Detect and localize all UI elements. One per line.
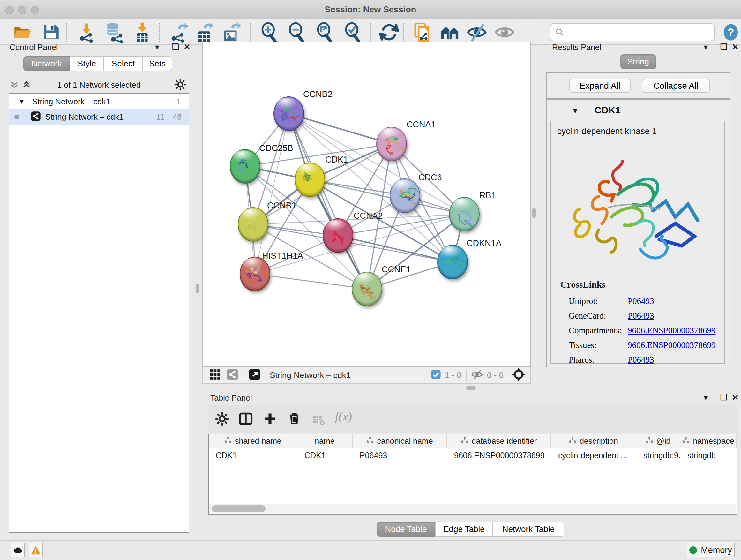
table-horizontal-scrollbar[interactable] (209, 504, 736, 513)
import-table-file-icon[interactable] (132, 22, 153, 43)
table-cell[interactable]: CDK1 (209, 448, 297, 462)
network-node[interactable] (352, 272, 382, 306)
column-header-databaseidentifier[interactable]: database identifier (447, 434, 551, 448)
open-in-window-icon[interactable] (248, 368, 261, 382)
network-edge[interactable] (289, 114, 392, 144)
network-edge[interactable] (289, 114, 367, 289)
network-options-gear-icon[interactable] (174, 78, 186, 92)
zoom-in-icon[interactable] (259, 22, 280, 43)
right-splitter-handle[interactable] (532, 208, 536, 218)
column-header-label: canonical name (377, 436, 433, 446)
network-node[interactable] (449, 197, 481, 231)
help-icon[interactable]: ? (722, 23, 740, 41)
delete-column-trash-icon[interactable] (287, 411, 301, 427)
network-collection-row[interactable]: ▼ String Network – cdk1 1 (9, 94, 189, 109)
import-network-database-icon[interactable] (103, 22, 124, 43)
tab-string[interactable]: String (620, 54, 656, 69)
show-columns-icon[interactable] (239, 412, 253, 427)
tab-sets[interactable]: Sets (143, 56, 172, 71)
import-network-file-icon[interactable] (76, 22, 97, 43)
left-splitter-handle[interactable] (196, 284, 199, 293)
export-table-icon[interactable] (194, 22, 215, 43)
control-panel-close-icon[interactable]: ✕ (184, 43, 191, 51)
scrollbar-thumb[interactable] (212, 505, 266, 512)
control-panel-float-icon[interactable]: ❑ (172, 43, 179, 51)
network-node[interactable] (238, 207, 268, 241)
results-panel-float-icon[interactable]: ❑ (720, 43, 727, 51)
network-canvas[interactable]: CCNB2CCNA1CDC25BCDK1CDC6RB1CCNB1CCNA2CDK… (202, 42, 531, 367)
tab-network[interactable]: Network (23, 56, 70, 71)
tab-node-table[interactable]: Node Table (377, 522, 435, 537)
zoom-out-icon[interactable] (286, 22, 307, 43)
shared-column-icon (461, 436, 468, 446)
table-cell[interactable]: P06493 (353, 448, 447, 462)
table-cell[interactable]: 9606.ENSP00000378699 (447, 448, 551, 462)
tab-network-table[interactable]: Network Table (493, 522, 564, 537)
cloud-status-button[interactable] (11, 543, 25, 557)
network-row[interactable]: String Network – cdk1 11 48 (9, 109, 189, 125)
zoom-fit-icon[interactable] (314, 22, 335, 43)
export-network-icon[interactable] (169, 22, 190, 43)
selected-checkbox-icon[interactable] (431, 369, 441, 381)
collapse-all-button[interactable]: Collapse All (642, 79, 710, 93)
table-panel-collapse-icon[interactable]: ▾ (704, 393, 708, 401)
table-options-gear-icon[interactable] (215, 412, 229, 427)
network-node[interactable] (295, 163, 325, 197)
column-header-description[interactable]: description (551, 434, 636, 448)
control-panel-collapse-icon[interactable]: ▾ (155, 43, 159, 51)
expand-all-button[interactable]: Expand All (569, 79, 631, 93)
birdseye-grid-icon[interactable] (209, 368, 221, 382)
table-panel-close-icon[interactable]: ✕ (732, 393, 739, 401)
network-node[interactable] (240, 257, 270, 291)
export-image-icon[interactable] (221, 22, 242, 43)
tab-select[interactable]: Select (104, 56, 143, 71)
hidden-eye-icon[interactable] (471, 368, 483, 382)
crosslink-value[interactable]: 9606.ENSP00000378699 (628, 326, 716, 335)
gene-collapse-icon[interactable]: ▼ (571, 107, 579, 115)
crosslink-value[interactable]: P06493 (628, 355, 654, 365)
memory-button[interactable]: Memory (687, 543, 735, 557)
column-header-canonicalname[interactable]: canonical name (353, 434, 447, 448)
network-badge-icon[interactable] (226, 368, 239, 382)
add-column-icon[interactable] (263, 412, 277, 427)
network-node[interactable] (390, 179, 420, 212)
crosslink-value[interactable]: 9606.ENSP00000378699 (628, 340, 716, 350)
open-session-icon[interactable] (12, 22, 33, 43)
network-node[interactable] (230, 149, 260, 183)
zoom-selected-icon[interactable] (342, 22, 363, 43)
horizontal-splitter-handle[interactable] (466, 386, 476, 389)
crosslink-value[interactable]: P06493 (628, 311, 654, 321)
results-panel-close-icon[interactable]: ✕ (732, 43, 739, 51)
network-node[interactable] (377, 127, 407, 161)
table-cell[interactable]: stringdb:9... (636, 448, 680, 462)
column-header-namespace[interactable]: namespace (680, 434, 737, 448)
table-cell[interactable]: cyclin-dependent ... (551, 448, 636, 462)
column-header-sharedname[interactable]: shared name (209, 434, 297, 448)
network-node[interactable] (437, 245, 468, 279)
table-cell[interactable]: stringdb (680, 448, 737, 462)
tree-expand-icon[interactable]: ▼ (18, 98, 25, 106)
network-edge[interactable] (310, 180, 464, 214)
tab-style[interactable]: Style (70, 56, 104, 71)
table-panel-float-icon[interactable]: ❑ (720, 393, 727, 401)
results-panel-collapse-icon[interactable]: ▾ (704, 43, 708, 51)
table-row[interactable]: CDK1CDK1P064939606.ENSP00000378699cyclin… (209, 448, 737, 462)
network-node[interactable] (274, 97, 304, 131)
table-cell[interactable]: CDK1 (297, 448, 353, 462)
show-all-icon[interactable] (494, 22, 515, 43)
network-edge[interactable] (338, 236, 453, 262)
fit-content-crosshair-icon[interactable] (511, 367, 526, 383)
network-edge[interactable] (255, 274, 367, 289)
crosslink-value[interactable]: P06493 (628, 296, 654, 306)
refresh-icon[interactable] (379, 22, 400, 43)
search-input[interactable] (564, 27, 705, 37)
warnings-button[interactable] (29, 543, 43, 557)
hide-selected-icon[interactable] (466, 22, 487, 43)
network-node[interactable] (323, 219, 353, 253)
save-session-icon[interactable] (40, 22, 61, 43)
tab-edge-table[interactable]: Edge Table (435, 522, 493, 537)
column-header-name[interactable]: name (297, 434, 353, 448)
first-neighbors-icon[interactable] (440, 22, 461, 43)
clone-network-icon[interactable] (412, 22, 433, 43)
column-header-id[interactable]: @id (636, 434, 680, 448)
